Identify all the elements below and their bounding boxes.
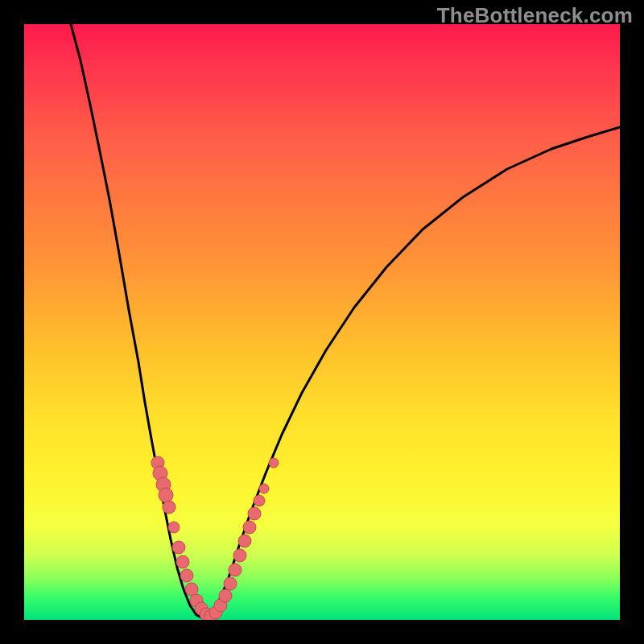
data-marker: [219, 589, 232, 602]
data-marker: [180, 569, 193, 582]
data-marker: [233, 549, 246, 562]
data-marker: [224, 577, 237, 590]
data-marker: [254, 495, 265, 506]
data-marker: [229, 564, 242, 576]
data-marker: [243, 521, 256, 534]
bottleneck-curve-svg: [24, 24, 620, 620]
data-marker: [259, 484, 269, 493]
data-marker: [172, 541, 185, 554]
data-marker: [269, 458, 279, 468]
data-marker: [168, 522, 180, 533]
data-marker: [176, 555, 189, 568]
watermark-text: TheBottleneck.com: [437, 3, 633, 28]
plot-area: [24, 24, 620, 620]
data-marker: [159, 488, 173, 502]
chart-frame: TheBottleneck.com: [0, 0, 644, 644]
data-marker: [248, 507, 261, 520]
data-marker: [238, 535, 251, 547]
bottleneck-curve-path: [71, 24, 620, 618]
data-marker: [163, 501, 175, 514]
